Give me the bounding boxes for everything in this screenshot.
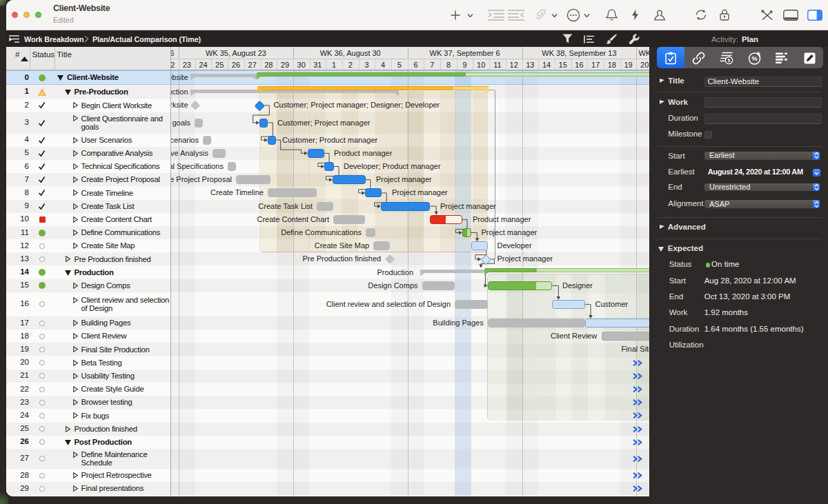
- svg-text:$: $: [728, 57, 731, 63]
- svg-text:%: %: [751, 55, 757, 62]
